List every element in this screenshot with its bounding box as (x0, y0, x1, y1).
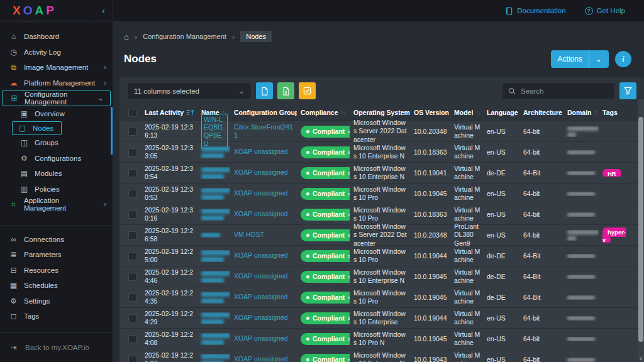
row-tag-icon-cell[interactable] (626, 170, 632, 177)
export-file-button[interactable] (256, 82, 273, 99)
row-checkbox[interactable] (128, 128, 136, 136)
configuration-group-link[interactable]: XOAP unassigned (234, 272, 288, 280)
row-checkbox[interactable] (128, 314, 136, 322)
sidebar-item-activity-log[interactable]: ◷Activity Log (0, 45, 113, 60)
compliance-badge[interactable]: Compliant≡ (301, 271, 350, 283)
row-checkbox[interactable] (128, 273, 136, 281)
column-header-language[interactable]: Language↑↓ (483, 109, 519, 116)
scrollbar-thumb[interactable] (638, 117, 643, 342)
configuration-group-link[interactable]: XOAP unassigned (234, 251, 288, 260)
row-tag-icon-cell[interactable] (626, 253, 632, 260)
row-tag-icon-cell[interactable] (626, 336, 632, 343)
column-header-domain[interactable]: Domain↑↓ (564, 109, 599, 116)
sidebar-item-nodes[interactable]: ▢Nodes (12, 121, 62, 135)
columns-select-dropdown[interactable]: 11 columns selected ⌄ (127, 82, 252, 99)
name-cell[interactable] (197, 333, 230, 345)
row-tag-icon-cell[interactable] (626, 149, 632, 156)
row-tag-icon-cell[interactable] (626, 294, 632, 301)
row-tag-icon-cell[interactable] (626, 211, 632, 218)
column-header-model[interactable]: Model↑↓ (450, 109, 483, 116)
configuration-group-link[interactable]: XOAP unassigned (234, 355, 288, 362)
select-all-checkbox[interactable] (128, 109, 136, 117)
compliance-badge[interactable]: Compliant≡ (301, 209, 350, 221)
name-cell[interactable] (197, 233, 230, 238)
row-tag-icon-cell[interactable] (626, 315, 632, 322)
sidebar-item-configurations[interactable]: ⚙Configurations (0, 151, 113, 167)
configuration-group-link[interactable]: XOAP unassigned (234, 210, 288, 218)
configuration-group-link[interactable]: XOAP unassigned (234, 148, 288, 156)
compliance-badge[interactable]: Compliant≡ (301, 146, 350, 158)
row-checkbox[interactable] (128, 252, 136, 260)
info-button[interactable]: i (615, 51, 631, 67)
compliance-badge[interactable]: Compliant≡ (301, 229, 350, 241)
sidebar-item-groups[interactable]: ◫Groups (0, 135, 113, 151)
column-header-os-version[interactable]: OS Version↑↓ (410, 109, 450, 116)
column-header-tags[interactable]: Tags (599, 109, 626, 116)
sidebar-item-schedules[interactable]: ▦Schedules (0, 278, 113, 293)
column-header-operating-system[interactable]: Operating System↑↓ (350, 109, 410, 116)
name-cell[interactable] (197, 354, 230, 362)
back-to-myxoap-link[interactable]: ⇥ Back to my.XOAP.io (0, 332, 113, 362)
filter-button[interactable] (619, 82, 636, 99)
get-help-link[interactable]: ? Get Help (585, 7, 625, 15)
column-header-architecture[interactable]: Architecture↑↓ (519, 109, 564, 116)
vertical-scrollbar[interactable]: ∨ (638, 99, 644, 362)
column-header-compliance[interactable]: Compliance↑↓ (297, 109, 350, 116)
header-checkbox-cell[interactable] (119, 109, 141, 117)
export-report-button[interactable] (277, 82, 294, 99)
sidebar-collapse-button[interactable]: ‹ (102, 6, 105, 16)
compliance-badge[interactable]: Compliant≡ (301, 333, 350, 345)
sidebar-item-modules[interactable]: ▤Modules (0, 166, 113, 182)
sidebar-item-dashboard[interactable]: ⌂Dashboard (0, 29, 113, 45)
configuration-group-link[interactable]: XOAP unassigned (234, 189, 288, 197)
sidebar-item-image-management[interactable]: ⧉Image Management› (0, 60, 113, 75)
configuration-group-link[interactable]: VM HOST (234, 231, 264, 239)
node-name-link[interactable]: WIN-LEQBI1QP8EU (201, 114, 228, 149)
configuration-group-link[interactable]: XOAP unassigned (234, 314, 288, 322)
documentation-link[interactable]: Documentation (505, 7, 565, 15)
sidebar-item-platform-management[interactable]: ☁Platform Management› (0, 75, 113, 91)
sidebar-scrollbar-thumb[interactable] (111, 107, 113, 155)
compliance-badge[interactable]: Compliant≡ (301, 167, 350, 179)
breadcrumb-nodes[interactable]: Nodes (240, 31, 272, 42)
name-cell[interactable] (197, 188, 230, 200)
column-header-last-activity[interactable]: Last Activity (141, 109, 197, 116)
sidebar-item-application-management[interactable]: ⌗Application Management› (0, 197, 113, 212)
compliance-badge[interactable]: Compliant≡ (301, 292, 350, 304)
row-checkbox[interactable] (128, 190, 136, 198)
compliance-badge[interactable]: Compliant≡ (301, 188, 350, 200)
compliance-badge[interactable]: Compliant≡ (301, 250, 350, 262)
sidebar-item-configuration-management[interactable]: ⊞Configuration Management⌄ (2, 90, 111, 106)
row-checkbox[interactable] (128, 148, 136, 156)
sidebar-item-policies[interactable]: ▥Policies (0, 182, 113, 197)
configuration-group-link[interactable]: XOAP unassigned (234, 293, 288, 301)
compliance-badge[interactable]: Compliant≡ (301, 126, 350, 138)
row-checkbox[interactable] (128, 211, 136, 219)
compliance-badge[interactable]: Compliant≡ (301, 354, 350, 362)
row-checkbox[interactable] (128, 335, 136, 343)
name-cell[interactable] (197, 209, 230, 221)
row-tag-icon-cell[interactable] (626, 128, 632, 135)
configuration-group-link[interactable]: Citrix StoreFront2411 (234, 123, 294, 140)
name-cell[interactable] (197, 250, 230, 262)
row-tag-icon-cell[interactable] (626, 190, 632, 197)
name-cell[interactable] (197, 312, 230, 324)
row-tag-icon-cell[interactable] (626, 273, 632, 280)
row-tag-icon-cell[interactable] (626, 356, 632, 362)
row-checkbox[interactable] (128, 356, 136, 362)
breadcrumb-configuration-management[interactable]: Configuration Management (143, 33, 226, 40)
search-input[interactable] (521, 87, 602, 95)
sidebar-item-settings[interactable]: ⚙Settings (0, 293, 113, 309)
column-header-configuration-group[interactable]: Configuration Group↑↓ (230, 109, 297, 116)
name-cell[interactable] (197, 292, 230, 304)
scrollbar-down-arrow[interactable]: ∨ (638, 355, 644, 361)
name-cell[interactable] (197, 271, 230, 283)
compliance-badge[interactable]: Compliant≡ (301, 312, 350, 324)
configuration-group-link[interactable]: XOAP unassigned (234, 334, 288, 343)
sidebar-item-tags[interactable]: ◻Tags (0, 309, 113, 324)
row-checkbox[interactable] (128, 293, 136, 302)
sidebar-item-parameters[interactable]: ≣Parameters (0, 247, 113, 263)
row-tag-icon-cell[interactable] (626, 232, 632, 239)
configuration-group-link[interactable]: XOAP unassigned (234, 168, 288, 177)
name-cell[interactable] (197, 146, 230, 158)
